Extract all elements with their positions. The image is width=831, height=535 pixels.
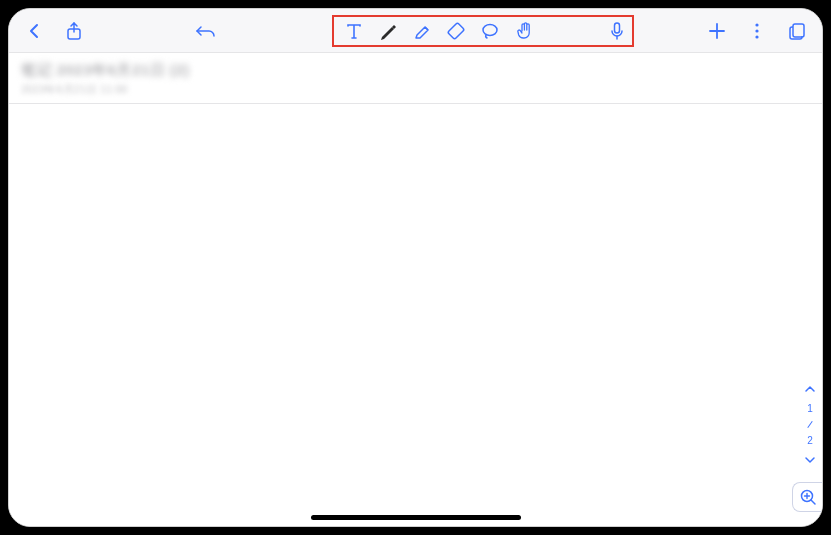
eraser-icon	[446, 21, 466, 41]
svg-point-11	[755, 35, 758, 38]
svg-rect-3	[448, 22, 465, 39]
home-indicator	[311, 515, 521, 520]
document-subtitle: 2023年6月21日 11:00	[21, 82, 810, 97]
gesture-tool-button[interactable]	[513, 20, 535, 42]
page-navigator: 1 2	[804, 383, 816, 466]
app-window: 笔记 2023年6月21日 (2) 2023年6月21日 11:00 1 2	[8, 8, 823, 527]
microphone-button[interactable]	[606, 20, 628, 42]
svg-rect-5	[615, 23, 620, 33]
chevron-up-icon	[804, 385, 816, 393]
zoom-button[interactable]	[792, 482, 822, 512]
svg-line-2	[425, 27, 428, 30]
pages-icon	[787, 21, 807, 41]
pen-icon	[379, 22, 397, 40]
document-title: 笔记 2023年6月21日 (2)	[21, 61, 810, 80]
note-canvas[interactable]: 1 2	[9, 104, 822, 526]
pen-tool-button[interactable]	[377, 20, 399, 42]
top-toolbar	[9, 9, 822, 53]
page-total: 2	[807, 435, 813, 446]
chevron-left-icon	[27, 22, 41, 40]
pages-button[interactable]	[786, 20, 808, 42]
svg-rect-12	[793, 24, 804, 37]
svg-line-14	[811, 500, 815, 504]
highlighter-icon	[412, 22, 432, 40]
page-separator	[807, 421, 812, 428]
svg-point-4	[483, 24, 497, 35]
add-button[interactable]	[706, 20, 728, 42]
chevron-down-icon	[804, 456, 816, 464]
lasso-tool-button[interactable]	[479, 20, 501, 42]
text-tool-button[interactable]	[343, 20, 365, 42]
more-button[interactable]	[746, 20, 768, 42]
zoom-in-icon	[799, 488, 817, 506]
eraser-tool-button[interactable]	[445, 20, 467, 42]
undo-button[interactable]	[195, 20, 217, 42]
back-button[interactable]	[23, 20, 45, 42]
page-down-button[interactable]	[804, 454, 816, 466]
document-header: 笔记 2023年6月21日 (2) 2023年6月21日 11:00	[9, 53, 822, 104]
share-icon	[65, 21, 83, 41]
svg-point-9	[755, 23, 758, 26]
highlighter-tool-button[interactable]	[411, 20, 433, 42]
page-current: 1	[807, 403, 813, 414]
undo-icon	[195, 22, 217, 40]
share-button[interactable]	[63, 20, 85, 42]
plus-icon	[707, 21, 727, 41]
page-up-button[interactable]	[804, 383, 816, 395]
hand-icon	[515, 21, 533, 41]
text-icon	[345, 22, 363, 40]
svg-point-10	[755, 29, 758, 32]
lasso-icon	[480, 22, 500, 40]
more-vertical-icon	[754, 22, 760, 40]
microphone-icon	[609, 21, 625, 41]
